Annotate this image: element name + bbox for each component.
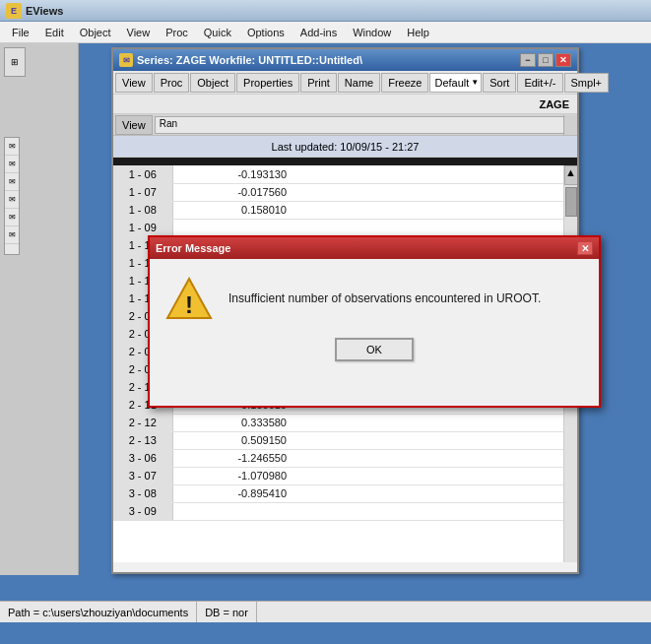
- warning-icon: !: [165, 275, 213, 322]
- panel-icon-3: ✉: [5, 173, 19, 191]
- panel-icon-5: ✉: [5, 209, 19, 226]
- error-titlebar: Error Message ✕: [150, 237, 599, 259]
- panel-icon-top: ⊞: [4, 47, 26, 77]
- ok-button[interactable]: OK: [335, 338, 414, 361]
- row-empty: [291, 431, 577, 449]
- series-name-header: ZAGE: [113, 95, 577, 114]
- row-label: 1 - 06: [113, 165, 172, 183]
- view-button[interactable]: View: [115, 73, 153, 93]
- row-empty: [291, 201, 577, 219]
- edit-button[interactable]: Edit+/-: [517, 73, 562, 93]
- row-empty: [291, 219, 577, 236]
- row-value: -1.070980: [172, 467, 291, 484]
- row-empty: [291, 502, 577, 520]
- error-close-button[interactable]: ✕: [577, 241, 593, 255]
- object-button[interactable]: Object: [190, 73, 235, 93]
- row-empty: [291, 165, 577, 183]
- name-button[interactable]: Name: [338, 73, 380, 93]
- menu-proc[interactable]: Proc: [158, 25, 196, 40]
- dropdown-arrow-icon: ▼: [471, 78, 479, 87]
- black-bar: [113, 158, 577, 165]
- status-bar: Path = c:\users\zhouziyan\documents DB =…: [0, 601, 651, 622]
- freeze-button[interactable]: Freeze: [381, 73, 428, 93]
- app-icon: E: [6, 3, 22, 19]
- last-updated-text: Last updated: 10/09/15 - 21:27: [272, 141, 420, 153]
- menu-window[interactable]: Window: [345, 25, 399, 40]
- close-button[interactable]: ✕: [555, 53, 571, 67]
- table-row: 3 - 07 -1.070980: [113, 467, 577, 484]
- series-window-title: Series: ZAGE Workfile: UNTITLED::Untitle…: [137, 54, 520, 66]
- scrollbar-top[interactable]: [563, 115, 577, 135]
- table-row: 3 - 09: [113, 502, 577, 520]
- sort-button[interactable]: Sort: [483, 73, 516, 93]
- row-empty: [291, 467, 577, 484]
- menu-options[interactable]: Options: [239, 25, 293, 40]
- table-row: 1 - 08 0.158010: [113, 201, 577, 219]
- row-empty: [291, 414, 577, 431]
- error-title: Error Message: [156, 242, 577, 254]
- restore-button[interactable]: □: [538, 53, 553, 67]
- range-text: Ran: [156, 118, 177, 129]
- sub-toolbar: View Ran: [113, 114, 577, 136]
- app-title: EViews: [26, 5, 63, 17]
- row-label: 3 - 06: [113, 449, 172, 467]
- table-row: 1 - 09: [113, 219, 577, 236]
- scrollbar-up-arrow[interactable]: ▲: [564, 165, 577, 185]
- main-area: ⊞ ✉ ✉ ✉ ✉ ✉ ✉ ✉ Series: ZAGE Workfile: U…: [0, 43, 651, 622]
- window-controls: − □ ✕: [520, 53, 571, 67]
- row-label: 2 - 13: [113, 431, 172, 449]
- row-value: 0.509150: [172, 431, 291, 449]
- panel-icon-2: ✉: [5, 156, 19, 173]
- table-row: 3 - 08 -0.895410: [113, 484, 577, 502]
- panel-icon-4: ✉: [5, 191, 19, 209]
- table-row: 1 - 07 -0.017560: [113, 183, 577, 201]
- row-label: 1 - 09: [113, 219, 172, 236]
- menu-object[interactable]: Object: [72, 25, 119, 40]
- menu-quick[interactable]: Quick: [196, 25, 239, 40]
- row-label: 3 - 08: [113, 484, 172, 502]
- row-value: -1.246550: [172, 449, 291, 467]
- row-empty: [291, 183, 577, 201]
- menu-file[interactable]: File: [4, 25, 37, 40]
- row-value: [172, 502, 291, 520]
- sub-view-button[interactable]: View: [115, 115, 153, 135]
- app-titlebar: E EViews: [0, 0, 651, 22]
- panel-icons-list: ✉ ✉ ✉ ✉ ✉ ✉: [4, 137, 20, 255]
- scrollbar-thumb[interactable]: [565, 187, 577, 217]
- menu-edit[interactable]: Edit: [37, 25, 72, 40]
- table-row: 3 - 06 -1.246550: [113, 449, 577, 467]
- panel-icon-1: ✉: [5, 138, 19, 156]
- row-empty: [291, 449, 577, 467]
- series-toolbar: View Proc Object Properties Print Name F…: [113, 71, 577, 95]
- proc-button[interactable]: Proc: [154, 73, 190, 93]
- error-footer: OK: [150, 330, 599, 369]
- table-row: 2 - 13 0.509150: [113, 431, 577, 449]
- row-label: 2 - 12: [113, 414, 172, 431]
- row-value: -0.017560: [172, 183, 291, 201]
- row-label: 3 - 07: [113, 467, 172, 484]
- row-value: [172, 219, 291, 236]
- menu-help[interactable]: Help: [399, 25, 437, 40]
- smpl-button[interactable]: Smpl+: [564, 73, 610, 93]
- menu-addins[interactable]: Add-ins: [293, 25, 345, 40]
- error-body: ! Insufficient number of observations en…: [150, 259, 599, 330]
- panel-icon-6: ✉: [5, 226, 19, 244]
- properties-button[interactable]: Properties: [236, 73, 299, 93]
- left-panel: ⊞ ✉ ✉ ✉ ✉ ✉ ✉: [0, 43, 79, 575]
- menu-view[interactable]: View: [119, 25, 159, 40]
- series-name-label: ZAGE: [539, 98, 569, 110]
- row-label: 1 - 08: [113, 201, 172, 219]
- row-value: 0.333580: [172, 414, 291, 431]
- row-label: 1 - 07: [113, 183, 172, 201]
- status-db: DB = nor: [197, 602, 257, 622]
- series-window-titlebar: ✉ Series: ZAGE Workfile: UNTITLED::Untit…: [113, 49, 577, 71]
- svg-text:!: !: [185, 291, 193, 318]
- row-label: 3 - 09: [113, 502, 172, 520]
- error-message-text: Insufficient number of observations enco…: [228, 290, 541, 307]
- row-value: -0.895410: [172, 484, 291, 502]
- default-dropdown[interactable]: Default ▼: [429, 73, 482, 93]
- menu-bar: File Edit Object View Proc Quick Options…: [0, 22, 651, 43]
- range-display: Ran: [155, 116, 575, 134]
- minimize-button[interactable]: −: [520, 53, 536, 67]
- print-button[interactable]: Print: [300, 73, 337, 93]
